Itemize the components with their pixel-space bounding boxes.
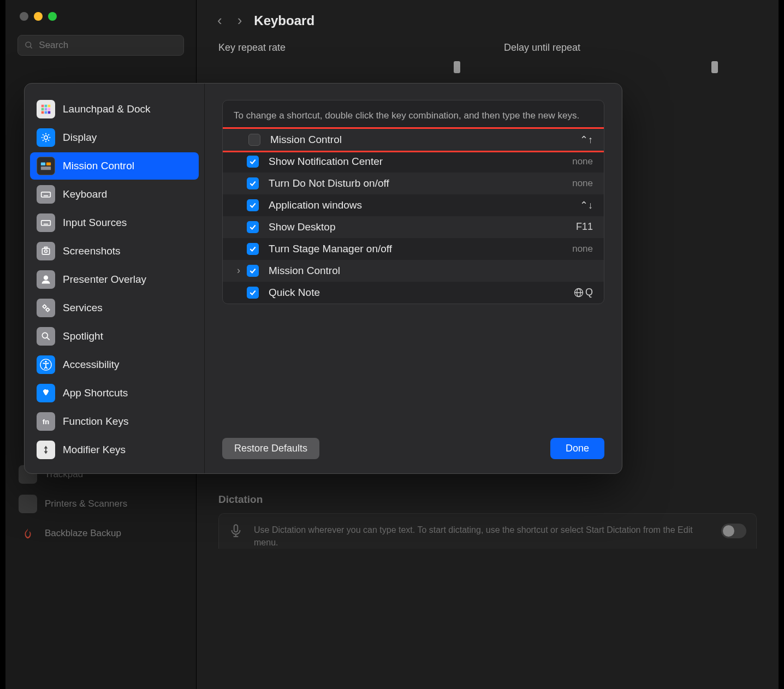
done-button[interactable]: Done [550,438,604,459]
shortcuts-modal: Launchpad & DockDisplayMission ControlKe… [24,83,622,474]
globe-icon [573,287,584,298]
category-sidebar: Launchpad & DockDisplayMission ControlKe… [25,84,205,473]
category-launchpad-dock[interactable]: Launchpad & Dock [30,96,199,123]
category-label: Function Keys [63,415,128,427]
cam-icon [37,242,55,260]
svg-rect-14 [46,163,51,166]
svg-point-33 [46,308,49,311]
help-text: To change a shortcut, double click the k… [223,100,604,129]
shortcut-checkbox[interactable] [247,156,259,168]
disclosure-slot: › [230,265,247,276]
shortcut-label: Turn Stage Manager on/off [269,243,572,255]
category-label: App Shortcuts [63,387,128,399]
category-label: Services [63,302,103,314]
category-app-shortcuts[interactable]: App Shortcuts [30,379,199,407]
category-mission-control[interactable]: Mission Control [30,152,199,180]
svg-rect-28 [42,248,49,254]
svg-point-31 [44,276,48,280]
shortcut-checkbox[interactable] [247,199,259,211]
person-icon [37,270,55,289]
shortcut-key: none [572,156,593,167]
shortcut-row[interactable]: Show Desktop F11 [223,216,604,238]
shortcut-row[interactable]: Turn Stage Manager on/off none [223,238,604,260]
a11y-icon [37,355,55,374]
svg-rect-6 [41,108,44,111]
svg-rect-30 [45,247,47,249]
category-label: Keyboard [63,188,107,200]
shortcut-label: Mission Control [270,134,580,146]
category-services[interactable]: Services [30,294,199,322]
fn-icon: fn [37,412,55,431]
shortcut-row[interactable]: Quick Note Q [223,282,604,304]
svg-point-12 [44,136,48,140]
svg-point-37 [45,361,47,363]
category-label: Accessibility [63,359,119,371]
app-icon [37,384,55,402]
svg-rect-8 [48,108,51,111]
restore-defaults-button[interactable]: Restore Defaults [222,438,319,459]
chevron-right-icon[interactable]: › [237,265,240,276]
category-label: Display [63,132,97,144]
svg-line-35 [47,337,50,340]
shortcut-checkbox[interactable] [247,287,259,299]
category-label: Spotlight [63,330,103,342]
shortcut-checkbox[interactable] [248,134,260,146]
svg-rect-13 [41,163,45,166]
category-screenshots[interactable]: Screenshots [30,237,199,265]
category-presenter-overlay[interactable]: Presenter Overlay [30,266,199,293]
shortcut-checkbox[interactable] [247,221,259,233]
svg-rect-15 [41,167,51,170]
mod-icon [37,441,55,459]
modal-backdrop: Launchpad & DockDisplayMission ControlKe… [0,0,784,689]
svg-point-29 [45,250,47,253]
shortcut-key: ⌃↑ [580,134,593,146]
mc-icon [37,157,55,175]
shortcut-panel: To change a shortcut, double click the k… [222,100,604,304]
category-label: Input Sources [63,217,127,229]
svg-rect-3 [41,105,44,108]
svg-rect-22 [41,221,51,225]
svg-point-34 [42,332,47,338]
svg-rect-10 [45,111,47,114]
kbd-icon [37,185,55,204]
shortcut-row[interactable]: Application windows ⌃↓ [223,194,604,216]
shortcut-row[interactable]: Mission Control ⌃↑ [223,129,604,151]
category-function-keys[interactable]: fnFunction Keys [30,408,199,435]
category-label: Launchpad & Dock [63,103,151,115]
svg-rect-5 [48,105,51,108]
grid-icon [37,100,55,118]
shortcut-key: none [572,243,593,254]
highlighted-shortcut: Mission Control ⌃↑ [222,127,604,152]
category-display[interactable]: Display [30,124,199,151]
shortcut-label: Mission Control [269,265,593,277]
sun-icon [37,128,55,147]
svg-rect-4 [45,105,47,108]
shortcut-label: Show Notification Center [269,156,572,168]
category-label: Screenshots [63,245,121,257]
category-keyboard[interactable]: Keyboard [30,181,199,208]
shortcut-label: Application windows [269,199,580,211]
shortcut-checkbox[interactable] [247,243,259,255]
category-spotlight[interactable]: Spotlight [30,323,199,350]
shortcut-checkbox[interactable] [247,177,259,189]
category-label: Presenter Overlay [63,274,146,286]
svg-point-32 [43,305,46,308]
category-input-sources[interactable]: Input Sources [30,209,199,236]
shortcut-checkbox[interactable] [247,265,259,277]
shortcut-row[interactable]: Turn Do Not Disturb on/off none [223,173,604,194]
shortcut-label: Quick Note [269,287,573,299]
search-icon [37,327,55,346]
shortcut-row[interactable]: › Mission Control [223,260,604,282]
kbd-icon [37,213,55,232]
gears-icon [37,299,55,317]
category-label: Modifier Keys [63,444,126,456]
category-accessibility[interactable]: Accessibility [30,351,199,378]
shortcut-key: ⌃↓ [580,199,593,211]
svg-rect-9 [41,111,44,114]
shortcut-label: Show Desktop [269,221,576,233]
shortcut-key: none [572,178,593,189]
category-label: Mission Control [63,160,134,172]
shortcut-row[interactable]: Show Notification Center none [223,151,604,173]
category-modifier-keys[interactable]: Modifier Keys [30,436,199,464]
svg-rect-7 [45,108,47,111]
